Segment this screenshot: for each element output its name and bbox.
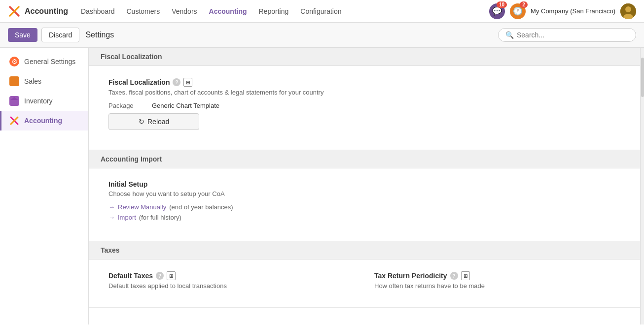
tax-return-help-icon[interactable]: ?	[450, 272, 458, 280]
messages-button[interactable]: 💬 10	[489, 3, 505, 19]
sales-icon	[9, 76, 19, 86]
messages-icon: 💬	[492, 6, 502, 16]
sidebar-label-general-settings: General Settings	[24, 58, 75, 65]
tax-return-desc: How often tax returns have to be made	[374, 282, 620, 290]
accounting-import-content: Initial Setup Choose how you want to set…	[89, 168, 640, 241]
alerts-icon: 🕐	[513, 6, 523, 16]
accounting-icon	[9, 116, 19, 126]
taxes-header: Taxes	[89, 241, 640, 260]
nav-customers[interactable]: Customers	[122, 4, 165, 18]
taxes-content: Default Taxes ? ⊞ Default taxes applied …	[89, 260, 640, 308]
nav-dashboard[interactable]: Dashboard	[76, 4, 120, 18]
nav-accounting[interactable]: Accounting	[204, 4, 252, 18]
brand-icon	[8, 5, 21, 18]
default-taxes-title: Default Taxes ? ⊞	[108, 271, 355, 280]
nav-configuration[interactable]: Configuration	[295, 4, 346, 18]
sidebar: ⚙ General Settings Sales Inventory	[0, 48, 89, 325]
company-name[interactable]: My Company (San Francisco)	[531, 7, 615, 15]
alerts-button[interactable]: 🕐 2	[510, 3, 526, 19]
content-area: Fiscal Localization Fiscal Localization …	[89, 48, 640, 325]
tax-return-col: Tax Return Periodicity ? ⊞ How often tax…	[374, 271, 620, 295]
review-arrow-icon: →	[108, 203, 115, 211]
toolbar: Save Discard Settings 🔍	[0, 23, 644, 48]
save-button[interactable]: Save	[8, 28, 37, 42]
sidebar-item-sales[interactable]: Sales	[0, 71, 88, 91]
default-taxes-col: Default Taxes ? ⊞ Default taxes applied …	[108, 271, 355, 295]
general-settings-icon: ⚙	[9, 57, 19, 66]
nav-right: 💬 10 🕐 2 My Company (San Francisco)	[489, 3, 636, 19]
scrollbar-thumb[interactable]	[641, 58, 644, 97]
fiscal-package-label: Package	[108, 102, 148, 109]
sidebar-label-accounting: Accounting	[24, 117, 62, 125]
user-avatar[interactable]	[620, 3, 636, 19]
sidebar-label-sales: Sales	[24, 77, 41, 85]
page-title: Settings	[85, 31, 114, 39]
top-nav: Accounting Dashboard Customers Vendors A…	[0, 0, 644, 23]
fiscal-localization-title: Fiscal Localization ? ⊞	[108, 78, 620, 87]
inventory-icon	[9, 96, 19, 106]
avatar-icon	[620, 3, 636, 19]
sidebar-item-accounting[interactable]: Accounting	[0, 111, 88, 130]
fiscal-localization-header: Fiscal Localization	[89, 48, 640, 66]
tax-return-table-icon[interactable]: ⊞	[461, 271, 470, 280]
discard-button[interactable]: Discard	[41, 28, 79, 42]
default-taxes-desc: Default taxes applied to local transacti…	[108, 282, 355, 290]
svg-rect-5	[11, 99, 18, 104]
default-taxes-table-icon[interactable]: ⊞	[167, 271, 176, 280]
fiscal-table-icon[interactable]: ⊞	[183, 78, 192, 87]
sidebar-item-inventory[interactable]: Inventory	[0, 91, 88, 111]
reload-button[interactable]: ↻ Reload	[108, 113, 199, 130]
brand[interactable]: Accounting	[8, 5, 68, 18]
svg-point-3	[625, 6, 631, 12]
search-input[interactable]	[517, 31, 629, 39]
sidebar-label-inventory: Inventory	[24, 97, 53, 105]
scrollbar[interactable]	[640, 48, 644, 325]
brand-label: Accounting	[25, 7, 68, 16]
fiscal-localization-desc: Taxes, fiscal positions, chart of accoun…	[108, 89, 620, 96]
tax-return-title: Tax Return Periodicity ? ⊞	[374, 271, 620, 280]
search-icon: 🔍	[505, 31, 514, 39]
fiscal-localization-group: Fiscal Localization ? ⊞ Taxes, fiscal po…	[108, 78, 620, 130]
sidebar-item-general-settings[interactable]: ⚙ General Settings	[0, 52, 88, 71]
fiscal-help-icon[interactable]: ?	[173, 78, 180, 86]
import-link[interactable]: → Import (for full history)	[108, 214, 620, 221]
nav-reporting[interactable]: Reporting	[254, 4, 294, 18]
import-arrow-icon: →	[108, 214, 115, 221]
taxes-two-col: Default Taxes ? ⊞ Default taxes applied …	[108, 271, 620, 295]
alerts-badge: 2	[520, 1, 528, 8]
fiscal-localization-content: Fiscal Localization ? ⊞ Taxes, fiscal po…	[89, 66, 640, 150]
nav-vendors[interactable]: Vendors	[167, 4, 202, 18]
default-taxes-help-icon[interactable]: ?	[156, 272, 164, 280]
accounting-import-header: Accounting Import	[89, 150, 640, 168]
fiscal-package-value: Generic Chart Template	[152, 102, 219, 109]
initial-setup-desc: Choose how you want to setup your CoA	[108, 190, 620, 197]
reload-icon: ↻	[139, 118, 144, 126]
svg-marker-6	[10, 97, 18, 100]
review-manually-link[interactable]: → Review Manually (end of year balances)	[108, 203, 620, 211]
initial-setup-title: Initial Setup	[108, 180, 620, 188]
initial-setup-group: Initial Setup Choose how you want to set…	[108, 180, 620, 221]
messages-badge: 10	[497, 1, 507, 8]
fiscal-package-row: Package Generic Chart Template	[108, 102, 620, 109]
search-box: 🔍	[498, 28, 636, 42]
main-layout: ⚙ General Settings Sales Inventory	[0, 48, 644, 325]
